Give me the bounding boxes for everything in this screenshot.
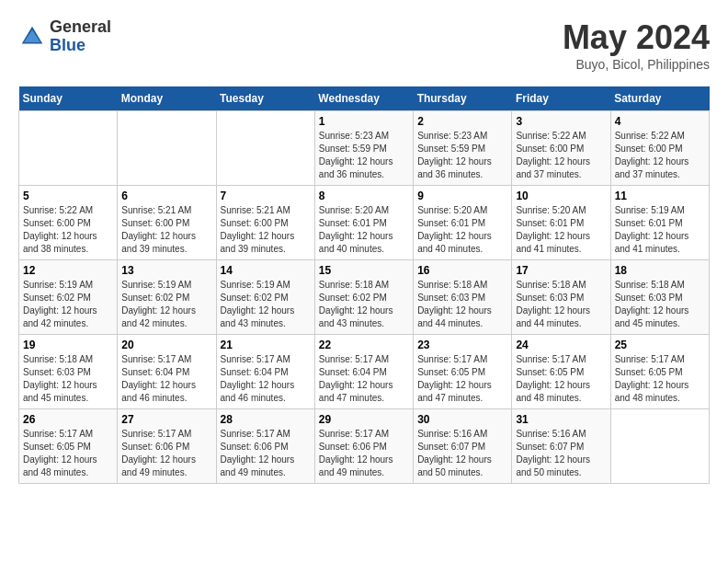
calendar-cell: 11Sunrise: 5:19 AM Sunset: 6:01 PM Dayli… — [610, 186, 709, 260]
calendar-cell: 9Sunrise: 5:20 AM Sunset: 6:01 PM Daylig… — [414, 186, 512, 260]
week-row-2: 5Sunrise: 5:22 AM Sunset: 6:00 PM Daylig… — [19, 186, 710, 260]
logo-text: General Blue — [50, 18, 111, 55]
header-day-wednesday: Wednesday — [314, 86, 413, 111]
calendar-cell: 16Sunrise: 5:18 AM Sunset: 6:03 PM Dayli… — [414, 260, 512, 335]
day-info: Sunrise: 5:22 AM Sunset: 6:00 PM Dayligh… — [516, 130, 606, 181]
calendar-cell: 22Sunrise: 5:17 AM Sunset: 6:04 PM Dayli… — [314, 335, 413, 409]
day-info: Sunrise: 5:18 AM Sunset: 6:03 PM Dayligh… — [516, 279, 606, 330]
calendar-header: SundayMondayTuesdayWednesdayThursdayFrid… — [19, 86, 710, 111]
day-number: 10 — [516, 190, 606, 202]
logo-blue: Blue — [50, 37, 111, 55]
day-info: Sunrise: 5:17 AM Sunset: 6:05 PM Dayligh… — [417, 353, 507, 405]
day-number: 14 — [221, 264, 311, 277]
day-info: Sunrise: 5:21 AM Sunset: 6:00 PM Dayligh… — [221, 204, 311, 256]
day-number: 13 — [121, 264, 211, 277]
day-info: Sunrise: 5:17 AM Sunset: 6:04 PM Dayligh… — [121, 353, 211, 405]
calendar-cell: 19Sunrise: 5:18 AM Sunset: 6:03 PM Dayli… — [19, 335, 118, 409]
day-info: Sunrise: 5:23 AM Sunset: 5:59 PM Dayligh… — [319, 130, 409, 181]
day-info: Sunrise: 5:17 AM Sunset: 6:06 PM Dayligh… — [121, 428, 211, 479]
day-info: Sunrise: 5:21 AM Sunset: 6:00 PM Dayligh… — [121, 204, 211, 256]
day-info: Sunrise: 5:19 AM Sunset: 6:02 PM Dayligh… — [221, 279, 311, 330]
day-info: Sunrise: 5:19 AM Sunset: 6:02 PM Dayligh… — [23, 279, 113, 330]
day-number: 22 — [319, 339, 409, 351]
calendar-cell — [118, 111, 216, 186]
calendar-cell: 13Sunrise: 5:19 AM Sunset: 6:02 PM Dayli… — [118, 260, 216, 335]
day-info: Sunrise: 5:17 AM Sunset: 6:05 PM Dayligh… — [615, 353, 705, 405]
day-number: 24 — [516, 339, 606, 351]
day-info: Sunrise: 5:22 AM Sunset: 6:00 PM Dayligh… — [23, 204, 113, 256]
calendar-cell: 25Sunrise: 5:17 AM Sunset: 6:05 PM Dayli… — [610, 335, 709, 409]
day-number: 21 — [221, 339, 311, 351]
title-block: May 2024 Buyo, Bicol, Philippines — [563, 18, 710, 72]
day-number: 17 — [516, 264, 606, 277]
calendar-cell: 14Sunrise: 5:19 AM Sunset: 6:02 PM Dayli… — [216, 260, 314, 335]
calendar-cell: 4Sunrise: 5:22 AM Sunset: 6:00 PM Daylig… — [610, 111, 709, 186]
day-number: 2 — [417, 115, 507, 128]
day-info: Sunrise: 5:18 AM Sunset: 6:03 PM Dayligh… — [417, 279, 507, 330]
location: Buyo, Bicol, Philippines — [563, 57, 710, 72]
day-number: 16 — [417, 264, 507, 277]
header-day-tuesday: Tuesday — [216, 86, 314, 111]
day-info: Sunrise: 5:18 AM Sunset: 6:03 PM Dayligh… — [23, 353, 113, 405]
calendar-cell: 15Sunrise: 5:18 AM Sunset: 6:02 PM Dayli… — [314, 260, 413, 335]
calendar-cell: 30Sunrise: 5:16 AM Sunset: 6:07 PM Dayli… — [414, 409, 512, 484]
calendar-cell: 26Sunrise: 5:17 AM Sunset: 6:05 PM Dayli… — [19, 409, 118, 484]
calendar-cell: 17Sunrise: 5:18 AM Sunset: 6:03 PM Dayli… — [512, 260, 610, 335]
logo: General Blue — [18, 18, 111, 55]
day-number: 1 — [319, 115, 409, 128]
header-day-friday: Friday — [512, 86, 610, 111]
day-info: Sunrise: 5:17 AM Sunset: 6:05 PM Dayligh… — [23, 428, 113, 479]
week-row-3: 12Sunrise: 5:19 AM Sunset: 6:02 PM Dayli… — [19, 260, 710, 335]
day-number: 31 — [516, 413, 606, 426]
calendar-cell: 2Sunrise: 5:23 AM Sunset: 5:59 PM Daylig… — [414, 111, 512, 186]
logo-general: General — [50, 18, 111, 37]
day-info: Sunrise: 5:19 AM Sunset: 6:02 PM Dayligh… — [121, 279, 211, 330]
day-number: 30 — [417, 413, 507, 426]
calendar-cell — [19, 111, 118, 186]
calendar-cell: 23Sunrise: 5:17 AM Sunset: 6:05 PM Dayli… — [414, 335, 512, 409]
day-number: 3 — [516, 115, 606, 128]
week-row-4: 19Sunrise: 5:18 AM Sunset: 6:03 PM Dayli… — [19, 335, 710, 409]
calendar-cell: 1Sunrise: 5:23 AM Sunset: 5:59 PM Daylig… — [314, 111, 413, 186]
day-number: 6 — [121, 190, 211, 202]
calendar-cell: 24Sunrise: 5:17 AM Sunset: 6:05 PM Dayli… — [512, 335, 610, 409]
header-day-thursday: Thursday — [414, 86, 512, 111]
calendar-cell: 28Sunrise: 5:17 AM Sunset: 6:06 PM Dayli… — [216, 409, 314, 484]
day-info: Sunrise: 5:20 AM Sunset: 6:01 PM Dayligh… — [417, 204, 507, 256]
day-number: 29 — [319, 413, 409, 426]
header-day-monday: Monday — [118, 86, 216, 111]
day-number: 4 — [615, 115, 705, 128]
calendar-cell: 31Sunrise: 5:16 AM Sunset: 6:07 PM Dayli… — [512, 409, 610, 484]
day-number: 15 — [319, 264, 409, 277]
day-number: 25 — [615, 339, 705, 351]
day-info: Sunrise: 5:19 AM Sunset: 6:01 PM Dayligh… — [615, 204, 705, 256]
day-number: 26 — [23, 413, 113, 426]
day-info: Sunrise: 5:20 AM Sunset: 6:01 PM Dayligh… — [319, 204, 409, 256]
header-day-saturday: Saturday — [610, 86, 709, 111]
calendar-cell: 7Sunrise: 5:21 AM Sunset: 6:00 PM Daylig… — [216, 186, 314, 260]
calendar-cell: 5Sunrise: 5:22 AM Sunset: 6:00 PM Daylig… — [19, 186, 118, 260]
day-info: Sunrise: 5:17 AM Sunset: 6:06 PM Dayligh… — [319, 428, 409, 479]
day-number: 11 — [615, 190, 705, 202]
day-number: 8 — [319, 190, 409, 202]
day-number: 19 — [23, 339, 113, 351]
calendar-cell: 20Sunrise: 5:17 AM Sunset: 6:04 PM Dayli… — [118, 335, 216, 409]
calendar-table: SundayMondayTuesdayWednesdayThursdayFrid… — [18, 86, 710, 484]
calendar-cell: 29Sunrise: 5:17 AM Sunset: 6:06 PM Dayli… — [314, 409, 413, 484]
day-number: 7 — [221, 190, 311, 202]
calendar-cell — [610, 409, 709, 484]
week-row-1: 1Sunrise: 5:23 AM Sunset: 5:59 PM Daylig… — [19, 111, 710, 186]
day-info: Sunrise: 5:22 AM Sunset: 6:00 PM Dayligh… — [615, 130, 705, 181]
page-header: General Blue May 2024 Buyo, Bicol, Phili… — [18, 18, 710, 72]
calendar-cell: 21Sunrise: 5:17 AM Sunset: 6:04 PM Dayli… — [216, 335, 314, 409]
day-info: Sunrise: 5:17 AM Sunset: 6:04 PM Dayligh… — [221, 353, 311, 405]
calendar-cell: 8Sunrise: 5:20 AM Sunset: 6:01 PM Daylig… — [314, 186, 413, 260]
day-info: Sunrise: 5:18 AM Sunset: 6:02 PM Dayligh… — [319, 279, 409, 330]
day-info: Sunrise: 5:17 AM Sunset: 6:06 PM Dayligh… — [221, 428, 311, 479]
header-row: SundayMondayTuesdayWednesdayThursdayFrid… — [19, 86, 710, 111]
day-number: 28 — [221, 413, 311, 426]
day-number: 18 — [615, 264, 705, 277]
calendar-cell: 3Sunrise: 5:22 AM Sunset: 6:00 PM Daylig… — [512, 111, 610, 186]
calendar-cell: 18Sunrise: 5:18 AM Sunset: 6:03 PM Dayli… — [610, 260, 709, 335]
calendar-cell: 12Sunrise: 5:19 AM Sunset: 6:02 PM Dayli… — [19, 260, 118, 335]
